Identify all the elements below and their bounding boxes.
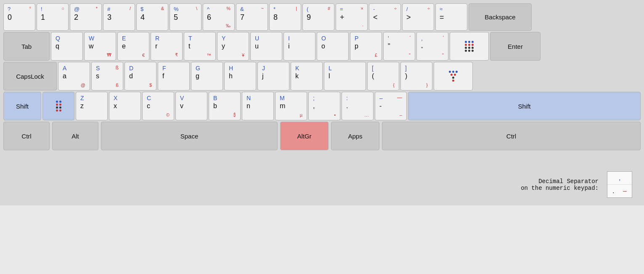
key-f[interactable]: F f [158, 62, 190, 90]
key-plus[interactable]: = × + · [336, 3, 368, 31]
apps-key[interactable]: Apps [331, 122, 379, 150]
key-n[interactable]: N n [242, 92, 274, 120]
key-dash[interactable]: – — - – [375, 92, 407, 120]
key-z[interactable]: Z z [76, 92, 108, 120]
key-bracket-r[interactable]: ] ) } [400, 62, 432, 90]
space-key[interactable]: Space [101, 122, 278, 150]
keyboard-container: ? ° 0 ! ○ 1 [0, 0, 644, 205]
decimal-separator-label: Decimal Separator on the numeric keypad: [521, 178, 599, 192]
keyboard-rows: ? ° 0 ! ○ 1 [3, 3, 641, 150]
key-i[interactable]: I i [284, 32, 315, 61]
key-equals[interactable]: ≈ = [435, 3, 467, 31]
bottom-row: Ctrl Alt Space AltGr Apps Ctrl [3, 122, 641, 150]
key-quote1[interactable]: ' ' " " [383, 32, 415, 61]
key-5[interactable]: % \ 5 [170, 3, 201, 31]
key-3[interactable]: # / 3 [103, 3, 135, 31]
capslock-key[interactable]: CapsLock [3, 62, 57, 90]
key-m[interactable]: M m µ [275, 92, 307, 120]
key-dots2[interactable] [434, 62, 473, 90]
key-2[interactable]: @ * 2 [70, 3, 102, 31]
key-semicolon[interactable]: ; , • [308, 92, 340, 120]
key-d[interactable]: D d $ [125, 62, 156, 90]
key-q[interactable]: Q q [51, 32, 83, 61]
zxcv-row: Shift [3, 92, 641, 120]
key-less[interactable]: - ÷ < [369, 3, 401, 31]
decimal-separator-chars: , . – [607, 171, 632, 198]
decimal-comma: , [607, 172, 632, 185]
decimal-dot: . – [607, 185, 632, 197]
key-6[interactable]: ^ % 6 ‰ [203, 3, 235, 31]
key-p[interactable]: P p £ [350, 32, 382, 61]
key-s[interactable]: S ß s ß [91, 62, 123, 90]
enter-key[interactable]: Enter [490, 32, 541, 61]
footer: Decimal Separator on the numeric keypad:… [3, 167, 641, 202]
altgr-key[interactable]: AltGr [280, 122, 329, 150]
key-e[interactable]: E e € [117, 32, 149, 61]
key-quote2[interactable]: , ' „ " [416, 32, 448, 61]
key-9[interactable]: ( # 9 [302, 3, 334, 31]
key-l[interactable]: L l [324, 62, 366, 90]
number-row: ? ° 0 ! ○ 1 [3, 3, 641, 31]
key-w[interactable]: W w ₩ [84, 32, 116, 61]
key-h[interactable]: H h [224, 62, 256, 90]
key-c[interactable]: C c © [142, 92, 174, 120]
tab-key[interactable]: Tab [3, 32, 50, 61]
ctrl-right-key[interactable]: Ctrl [382, 122, 641, 150]
shift-right-key[interactable]: Shift [408, 92, 641, 120]
shift-left-key[interactable]: Shift [3, 92, 41, 120]
key-7[interactable]: & ~ 7 [236, 3, 268, 31]
key-r[interactable]: R r ₹ [151, 32, 183, 61]
ctrl-left-key[interactable]: Ctrl [3, 122, 50, 150]
key-b[interactable]: B b ₿ [209, 92, 241, 120]
key-x[interactable]: X x [109, 92, 141, 120]
key-bracket-l[interactable]: [ ( { [367, 62, 399, 90]
key-0[interactable]: ? ° 0 [3, 3, 35, 31]
key-4[interactable]: $ & 4 [136, 3, 168, 31]
asdf-row: CapsLock A a @ S ß [3, 62, 641, 90]
key-v[interactable]: V v [175, 92, 207, 120]
qwerty-row: Tab Q q W w [3, 32, 641, 61]
key-a[interactable]: A a @ [58, 62, 90, 90]
backspace-key[interactable]: Backspace [469, 3, 532, 31]
key-j[interactable]: J j [257, 62, 289, 90]
key-greater[interactable]: / ÷ > [402, 3, 434, 31]
key-k[interactable]: K k [291, 62, 323, 90]
key-8[interactable]: * | 8 [269, 3, 301, 31]
key-colon[interactable]: : . … [342, 92, 374, 120]
key-y[interactable]: Y y ¥ [217, 32, 249, 61]
key-1[interactable]: ! ○ 1 [37, 3, 69, 31]
alt-key[interactable]: Alt [52, 122, 98, 150]
key-dots3[interactable] [42, 92, 74, 120]
key-dots[interactable] [450, 32, 489, 61]
key-t[interactable]: T t ™ [184, 32, 216, 61]
key-u[interactable]: U u [250, 32, 282, 61]
key-o[interactable]: O o [317, 32, 349, 61]
key-g[interactable]: G g [191, 62, 223, 90]
